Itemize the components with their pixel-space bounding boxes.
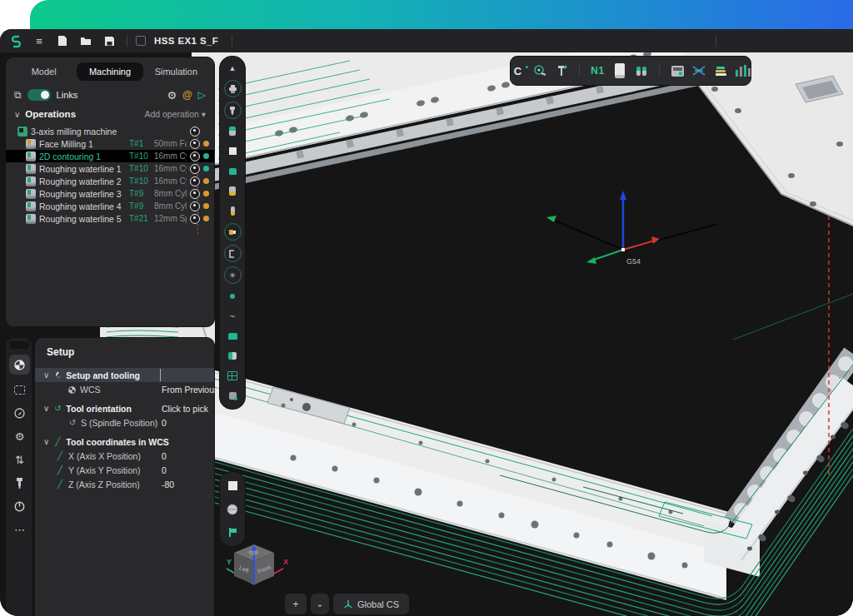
visibility-toolbar: ▲ ✳ ~ (219, 56, 246, 410)
caliper-icon[interactable] (554, 62, 568, 79)
links-row: ⧉ Links ⚙ @ ▷ (6, 84, 214, 106)
new-file-icon[interactable] (53, 32, 72, 49)
part-visibility-icon[interactable] (225, 163, 241, 179)
operation-row[interactable]: Roughing waterline 4T#9 8mm Cylindrical (6, 200, 214, 212)
wcs-icon (68, 382, 76, 397)
pocket-visibility-icon[interactable] (224, 245, 242, 262)
measure-tape-icon[interactable] (532, 62, 546, 79)
operation-row[interactable]: Roughing waterline 3T#9 8mm Cylindrical (6, 187, 214, 200)
rotate-icon: ↺ (53, 404, 62, 413)
kinematics-icon[interactable] (692, 62, 706, 79)
save-icon[interactable] (100, 32, 118, 49)
wrench-icon (53, 368, 62, 383)
tool-pair-icon[interactable] (634, 62, 648, 79)
nc-program-icon[interactable]: N1 (591, 62, 605, 79)
link-icon: ⧉ (14, 89, 22, 101)
row-axis-z[interactable]: ╱ Z (Axis Z Position) -80 (35, 477, 214, 491)
radio-icon[interactable] (190, 139, 200, 149)
postprocess-icon[interactable]: @ (182, 89, 192, 101)
workpiece-tab-icon[interactable] (6, 380, 33, 400)
drill-visibility-icon[interactable] (225, 203, 241, 219)
render-mode-icon[interactable] (225, 501, 241, 517)
operation-row[interactable]: Face Milling 1T#1 50mm Face mill (6, 137, 214, 150)
view-cube[interactable]: Top Left Front Y X (223, 541, 292, 599)
wcs-tab-icon[interactable] (9, 355, 30, 375)
display-panel-icon[interactable] (612, 62, 626, 79)
operation-row[interactable]: Roughing waterline 5T#21 12mm Spherica (6, 212, 214, 225)
curves-visibility-icon[interactable]: ~ (225, 308, 241, 324)
parameters-gear-icon[interactable]: ⚙ (6, 426, 33, 446)
page: G54 ≡ HSS EX1 S_F (0, 0, 853, 616)
row-axis-y[interactable]: ╱ Y (Axis Y Position) 0 (35, 463, 214, 477)
links-toggle[interactable] (27, 89, 51, 101)
mesh-visibility-icon[interactable] (225, 368, 241, 384)
axis-icon: ╱ (53, 437, 62, 446)
setup-title: Setup (35, 338, 214, 363)
holder-visibility-icon[interactable] (224, 223, 242, 241)
project-checkbox[interactable] (136, 36, 146, 46)
more-tab-icon[interactable]: ⋯ (6, 519, 33, 539)
operation-row-selected[interactable]: 2D contouring 1T#10 16mm Cylindric (6, 150, 214, 162)
section-setup-and-tooling[interactable]: ∨ Setup and tooling (35, 368, 214, 382)
run-icon[interactable]: ▷ (198, 89, 206, 101)
row-axis-x[interactable]: ╱ X (Axis X Position) 0 (35, 449, 214, 463)
radio-icon[interactable] (190, 214, 200, 224)
status-dot (203, 178, 209, 184)
radio-icon[interactable] (190, 127, 200, 137)
status-dot (203, 216, 209, 221)
section-tool-coordinates[interactable]: ∨ ╱ Tool coordinates in WCS (35, 435, 214, 449)
points-visibility-icon[interactable] (225, 288, 241, 304)
spindle-visibility-icon[interactable] (224, 102, 242, 119)
roughing-icon (26, 214, 36, 224)
tool-layers-icon[interactable] (714, 62, 728, 79)
model-visibility-icon[interactable] (225, 328, 241, 344)
simulation-flag-icon[interactable] (225, 524, 241, 540)
statistics-icon[interactable] (736, 65, 751, 77)
strategy-tab-icon[interactable] (6, 403, 33, 423)
add-operation-button[interactable]: Add operation ▾ (144, 109, 206, 119)
roughing-icon (26, 164, 36, 174)
radio-icon[interactable] (190, 152, 200, 161)
tool-tab-icon[interactable] (6, 473, 33, 493)
app-window: G54 ≡ HSS EX1 S_F (0, 29, 853, 616)
operation-row[interactable]: Roughing waterline 1T#10 16mm Cylindric (6, 162, 214, 175)
power-tab-icon[interactable] (6, 496, 33, 516)
contouring-icon (26, 152, 36, 161)
radio-icon[interactable] (190, 189, 200, 199)
menu-icon[interactable]: ≡ (30, 32, 48, 49)
control-panel-icon[interactable] (671, 62, 685, 79)
tab-simulation[interactable]: Simulation (143, 62, 209, 81)
section-tool-orientation[interactable]: ∨ ↺ Tool orientation Click to pick (35, 401, 214, 415)
tab-model[interactable]: Model (11, 62, 77, 81)
center-mass-icon[interactable]: C (511, 62, 525, 79)
svg-text:X: X (283, 558, 288, 566)
svg-text:G54: G54 (626, 257, 641, 266)
surfaces-visibility-icon[interactable] (225, 348, 241, 364)
machine-visibility-icon[interactable] (224, 80, 242, 97)
face-milling-icon (26, 139, 36, 149)
operations-tree: 3-axis milling machine Face Milling 1T#1… (6, 125, 214, 225)
chevron-down-icon[interactable]: ∨ (14, 110, 20, 119)
stock-visibility-icon[interactable] (225, 143, 241, 159)
global-cs-button[interactable]: Global CS (332, 593, 410, 615)
fixture-visibility-icon[interactable] (225, 183, 241, 199)
row-spindle[interactable]: ↺ S (Spindle Position) 0 (35, 415, 214, 430)
cs-dropdown-button[interactable]: ⌄ (310, 593, 330, 615)
tool-visibility-icon[interactable] (225, 123, 241, 139)
open-folder-icon[interactable] (77, 32, 95, 49)
collision-visibility-icon[interactable]: ✳ (224, 266, 242, 284)
divider (716, 35, 716, 47)
row-wcs[interactable]: WCS From Previous (35, 382, 214, 396)
strip-handle[interactable] (10, 341, 29, 349)
collapse-up-icon[interactable]: ▲ (225, 60, 241, 76)
radio-icon[interactable] (190, 176, 200, 186)
settings-gear-icon[interactable]: ⚙ (167, 89, 177, 102)
sort-arrows-icon[interactable]: ⇅ (6, 450, 33, 469)
operation-row[interactable]: Roughing waterline 2T#10 16mm Cylindric (6, 175, 214, 187)
tab-machining[interactable]: Machining (77, 62, 142, 81)
fit-view-icon[interactable] (225, 478, 241, 494)
radio-icon[interactable] (190, 201, 200, 211)
machine-row[interactable]: 3-axis milling machine (6, 125, 214, 137)
workpiece-visibility-icon[interactable] (225, 388, 241, 404)
radio-icon[interactable] (190, 164, 200, 174)
